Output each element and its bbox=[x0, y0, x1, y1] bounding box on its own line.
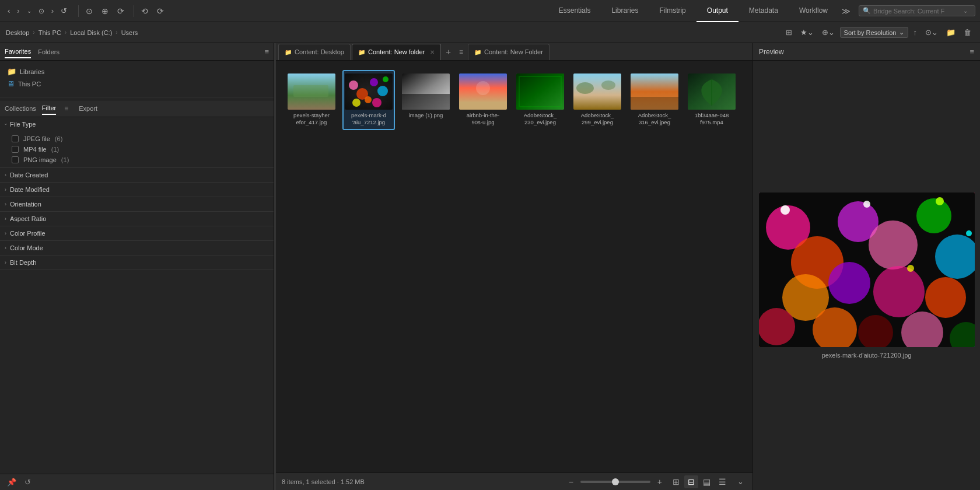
list-view-button[interactable]: ☰ bbox=[715, 475, 730, 488]
panel-tab-menu-icon[interactable]: ≡ bbox=[264, 47, 269, 56]
tab-metadata[interactable]: Metadata bbox=[738, 0, 789, 22]
sort-direction-btn[interactable]: ↑ bbox=[911, 26, 921, 38]
filter-section-aspectratio: › Aspect Ratio bbox=[0, 212, 274, 226]
thumb-item-5[interactable]: AdobeStock_230_evi.jpeg bbox=[514, 70, 566, 130]
filter-aspectratio-header[interactable]: › Aspect Ratio bbox=[0, 212, 274, 226]
new-folder-btn[interactable]: 📁 bbox=[943, 26, 958, 38]
mp4-checkbox[interactable] bbox=[12, 146, 19, 153]
dropdown-button[interactable]: ⌄ bbox=[24, 6, 34, 16]
thumb-label-6: AdobeStock_299_evi.jpeg bbox=[581, 112, 614, 127]
back-button[interactable]: ‹ bbox=[5, 5, 13, 17]
filter-mp4[interactable]: MP4 file (1) bbox=[12, 144, 269, 155]
zoom-out-button[interactable]: − bbox=[566, 476, 576, 488]
sync-icon-btn[interactable]: ⟳ bbox=[114, 5, 128, 18]
svg-rect-21 bbox=[631, 97, 678, 110]
content-tab-newfolder2[interactable]: 📁 Content: New Folder bbox=[468, 44, 550, 60]
sort-dropdown[interactable]: Sort by Resolution ⌄ bbox=[840, 27, 908, 38]
delete-btn[interactable]: 🗑 bbox=[961, 26, 974, 38]
breadcrumb-localdisk[interactable]: Local Disk (C:) bbox=[70, 29, 112, 36]
tab-export[interactable]: Export bbox=[79, 105, 97, 112]
undo-button[interactable]: ⟲ bbox=[138, 5, 152, 18]
svg-rect-15 bbox=[516, 74, 564, 110]
fav-item-libraries[interactable]: 📁 Libraries bbox=[2, 65, 271, 78]
redo-button[interactable]: ⟳ bbox=[153, 5, 167, 18]
svg-point-42 bbox=[936, 197, 944, 205]
pin-button[interactable]: 📌 bbox=[5, 477, 19, 488]
tab-output[interactable]: Output bbox=[696, 0, 738, 22]
filter-section-orientation: › Orientation bbox=[0, 197, 274, 212]
grid-view-button[interactable]: ⊞ bbox=[669, 475, 683, 488]
search-dropdown-icon[interactable]: ⌄ bbox=[963, 8, 968, 14]
output-icon-btn[interactable]: ⊕ bbox=[98, 5, 112, 18]
tab-workflow[interactable]: Workflow bbox=[789, 0, 838, 22]
tab-libraries[interactable]: Libraries bbox=[601, 0, 649, 22]
view-switcher-btn[interactable]: ⊞ bbox=[783, 26, 795, 38]
view-mode-btn2[interactable]: ⊙⌄ bbox=[922, 26, 941, 38]
filter-section-colormode: › Color Mode bbox=[0, 241, 274, 256]
fav-item-thispc[interactable]: 🖥 This PC bbox=[2, 78, 271, 90]
refresh-button[interactable]: ↺ bbox=[58, 5, 70, 17]
breadcrumb-desktop[interactable]: Desktop bbox=[6, 29, 29, 36]
search-input[interactable] bbox=[873, 8, 961, 15]
content-tab-newfolder[interactable]: 📁 Content: New folder ✕ bbox=[352, 44, 441, 60]
camera-icon-btn[interactable]: ⊙ bbox=[82, 5, 96, 18]
thumb-item-6[interactable]: AdobeStock_299_evi.jpeg bbox=[571, 70, 624, 130]
thumb-item-7[interactable]: AdobeStock_316_evi.jpeg bbox=[628, 70, 681, 130]
rating-filter-btn[interactable]: ★⌄ bbox=[797, 26, 817, 38]
details-view-button[interactable]: ▤ bbox=[699, 475, 714, 488]
filter-datecreated-header[interactable]: › Date Created bbox=[0, 168, 274, 182]
datemodified-arrow-icon: › bbox=[5, 187, 6, 192]
filter-menu-icon[interactable]: ≡ bbox=[64, 104, 68, 113]
newfolder2-tab-label: Content: New Folder bbox=[484, 48, 543, 55]
thumb-item-1[interactable]: pexels-stayherefor_417.jpg bbox=[285, 70, 338, 130]
thumbnail-view-button[interactable]: ⊟ bbox=[684, 475, 698, 488]
thumb-item-3[interactable]: image (1).png bbox=[400, 70, 452, 130]
filter-orientation-header[interactable]: › Orientation bbox=[0, 197, 274, 211]
zoom-slider-thumb[interactable] bbox=[612, 478, 619, 485]
left-divider bbox=[0, 97, 274, 97]
status-chevron-button[interactable]: ⌄ bbox=[734, 476, 747, 487]
add-tab-button[interactable]: + bbox=[442, 46, 454, 58]
zoom-in-button[interactable]: + bbox=[655, 476, 664, 488]
filter-bitdepth-header[interactable]: › Bit Depth bbox=[0, 256, 274, 270]
tab-collections[interactable]: Collections bbox=[5, 103, 36, 114]
tab-filmstrip[interactable]: Filmstrip bbox=[649, 0, 696, 22]
more-tabs-button[interactable]: ≫ bbox=[838, 5, 854, 18]
thispc-icon: 🖥 bbox=[7, 79, 15, 88]
preview-menu-icon[interactable]: ≡ bbox=[970, 47, 974, 56]
forward-button[interactable]: › bbox=[14, 5, 22, 17]
recent-button[interactable]: ⊙ bbox=[36, 5, 47, 17]
tool-group2: ⟲ ⟳ bbox=[138, 5, 167, 18]
thumb-label-8: 1bf34aae-048f975.mp4 bbox=[695, 112, 729, 127]
rotate-button[interactable]: ↺ bbox=[22, 477, 33, 488]
filter-png[interactable]: PNG image (1) bbox=[12, 155, 269, 165]
tab-essentials[interactable]: Essentials bbox=[548, 0, 601, 22]
right-panel: Preview ≡ bbox=[752, 43, 980, 490]
jpeg-checkbox[interactable] bbox=[12, 135, 19, 142]
content-tab-desktop[interactable]: 📁 Content: Desktop bbox=[278, 44, 351, 60]
svg-point-3 bbox=[349, 80, 358, 90]
filter-colormode-header[interactable]: › Color Mode bbox=[0, 241, 274, 255]
breadcrumb-thispc[interactable]: This PC bbox=[38, 29, 61, 36]
newfolder-tab-close[interactable]: ✕ bbox=[430, 49, 435, 55]
breadcrumb-users[interactable]: Users bbox=[121, 29, 138, 36]
thumb-item-8[interactable]: 1bf34aae-048f975.mp4 bbox=[685, 70, 738, 130]
zoom-slider[interactable] bbox=[580, 481, 650, 483]
thumb-item-2[interactable]: pexels-mark-d'aiu_7212.jpg bbox=[342, 70, 395, 130]
nav-arrow2[interactable]: › bbox=[48, 5, 57, 17]
filter-datemodified-header[interactable]: › Date Modified bbox=[0, 183, 274, 197]
tab-filter[interactable]: Filter bbox=[42, 102, 56, 115]
filter-section-colorprofile: › Color Profile bbox=[0, 226, 274, 241]
png-checkbox[interactable] bbox=[12, 156, 19, 163]
svg-point-40 bbox=[780, 205, 790, 215]
tab-folders[interactable]: Folders bbox=[38, 46, 60, 58]
tab-menu-button[interactable]: ≡ bbox=[456, 47, 467, 57]
filter-jpeg[interactable]: JPEG file (6) bbox=[12, 134, 269, 144]
label-filter-btn[interactable]: ⊕⌄ bbox=[819, 26, 838, 38]
filter-filetype-header[interactable]: › File Type bbox=[0, 117, 274, 131]
colorprofile-arrow-icon: › bbox=[5, 230, 6, 236]
filter-panel: › File Type JPEG file (6) MP4 file (1) bbox=[0, 117, 274, 474]
filter-colorprofile-header[interactable]: › Color Profile bbox=[0, 226, 274, 240]
thumb-item-4[interactable]: airbnb-in-the-90s-u.jpg bbox=[457, 70, 509, 130]
tab-favorites[interactable]: Favorites bbox=[5, 46, 31, 58]
